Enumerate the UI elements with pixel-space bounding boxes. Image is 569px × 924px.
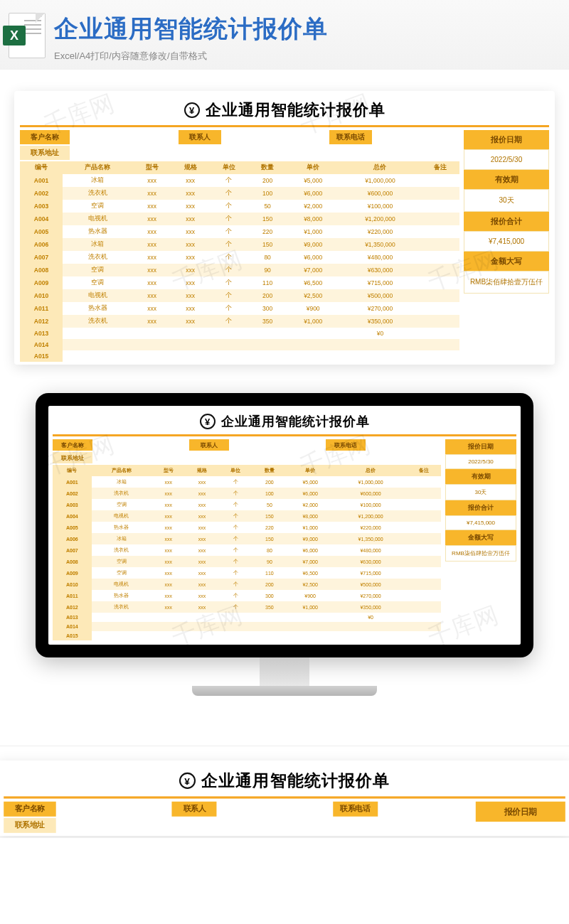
side-total-label: 报价合计	[464, 212, 549, 231]
customer-info-row: 客户名称 联系人 联系电话	[4, 802, 471, 817]
summary-sidebar: 报价日期	[476, 802, 565, 833]
table-row: A013 ¥0	[53, 613, 441, 622]
address-label: 联系地址	[20, 146, 70, 160]
table-row: A014	[20, 339, 459, 350]
side-date-label: 报价日期	[464, 130, 549, 149]
contact-person-label: 联系人	[179, 130, 221, 144]
side-date-label: 报价日期	[476, 802, 565, 822]
col-header: 总价	[339, 161, 421, 174]
col-header: 备注	[421, 161, 459, 174]
col-header: 规格	[185, 465, 218, 476]
address-label: 联系地址	[4, 818, 55, 833]
table-row: A008空调xxxxxx 个90¥7,000¥630,000	[20, 264, 459, 276]
monitor-stand-neck	[260, 657, 309, 686]
table-row: A007洗衣机xxxxxx 个80¥6,000¥480,000	[20, 251, 459, 264]
table-row: A011热水器xxxxxx 个300¥900¥270,000	[20, 302, 459, 315]
col-header: 单价	[287, 465, 334, 476]
col-header: 单位	[219, 465, 252, 476]
col-header: 单价	[287, 161, 339, 174]
contact-phone-label: 联系电话	[329, 130, 372, 144]
sheet-title-row: ¥ 企业通用智能统计报价单	[53, 413, 516, 430]
table-row: A010电视机xxxxxx 个200¥2,500¥500,000	[53, 579, 441, 590]
table-row: A009空调xxxxxx 个110¥6,500¥715,000	[20, 276, 459, 289]
address-row: 联系地址	[20, 146, 459, 160]
sheet-title-row: ¥ 企业通用智能统计报价单	[4, 770, 565, 793]
excel-x-badge: X	[3, 26, 26, 45]
currency-icon: ¥	[200, 414, 216, 429]
customer-info-row: 客户名称 联系人 联系电话	[20, 130, 459, 144]
title-underline	[20, 125, 549, 127]
col-header: 规格	[171, 161, 210, 174]
side-date-value: 2022/5/30	[464, 149, 549, 170]
currency-icon: ¥	[184, 102, 200, 118]
quote-table: 编号产品名称型号规格单位数量单价总价备注 A001冰箱xxxxxx 个200¥5…	[20, 161, 459, 362]
side-caps-value: RMB柒佰肆拾壹万伍仟	[445, 545, 516, 562]
hero-header: X 企业通用智能统计报价单 Excel/A4打印/内容随意修改/自带格式	[0, 0, 569, 70]
title-underline	[4, 796, 565, 798]
sheet-title-row: ¥ 企业通用智能统计报价单	[20, 100, 549, 121]
address-label: 联系地址	[53, 452, 92, 463]
col-header: 单位	[210, 161, 248, 174]
customer-name-label: 客户名称	[4, 802, 55, 817]
sheet-title-text: 企业通用智能统计报价单	[221, 413, 370, 430]
table-row: A006冰箱xxxxxx 个150¥9,000¥1,350,000	[53, 533, 441, 544]
table-row: A012洗衣机xxxxxx 个350¥1,000¥350,000	[53, 601, 441, 613]
table-row: A012洗衣机xxxxxx 个350¥1,000¥350,000	[20, 315, 459, 328]
quote-table: 编号产品名称型号规格单位数量单价总价备注 A001冰箱xxxxxx 个200¥5…	[53, 465, 441, 640]
table-row: A001冰箱xxxxxx 个200¥5,000¥1,000,000	[53, 476, 441, 488]
table-row: A002洗衣机xxxxxx 个100¥6,000¥600,000	[20, 187, 459, 200]
hero-subtitle: Excel/A4打印/内容随意修改/自带格式	[54, 50, 328, 63]
table-row: A003空调xxxxxx 个50¥2,000¥100,000	[20, 200, 459, 213]
excel-file-icon: X	[9, 13, 46, 58]
table-row: A008空调xxxxxx 个90¥7,000¥630,000	[53, 556, 441, 567]
customer-name-label: 客户名称	[53, 439, 92, 451]
col-header: 产品名称	[92, 465, 151, 476]
sheet-title-text: 企业通用智能统计报价单	[206, 100, 385, 121]
table-row: A004电视机xxxxxx 个150¥8,000¥1,200,000	[53, 510, 441, 522]
col-header: 总价	[334, 465, 408, 476]
table-row: A004电视机xxxxxx 个150¥8,000¥1,200,000	[20, 213, 459, 225]
side-total-label: 报价合计	[445, 500, 516, 515]
side-total-value: ¥7,415,000	[445, 515, 516, 530]
table-row: A015	[53, 631, 441, 640]
preview-card-flat: ¥ 企业通用智能统计报价单 客户名称 联系人 联系电话 联系地址 编号产品名称型…	[14, 91, 555, 365]
side-caps-label: 金额大写	[445, 530, 516, 545]
col-header: 型号	[132, 161, 171, 174]
side-caps-label: 金额大写	[464, 252, 549, 271]
col-header: 编号	[20, 161, 63, 174]
summary-sidebar: 报价日期 2022/5/30 有效期 30天 报价合计 ¥7,415,000 金…	[464, 130, 549, 362]
table-row: A010电视机xxxxxx 个200¥2,500¥500,000	[20, 289, 459, 302]
monitor-stand-base	[192, 686, 377, 696]
customer-name-label: 客户名称	[20, 130, 70, 144]
side-validity-label: 有效期	[445, 469, 516, 484]
col-header: 型号	[151, 465, 185, 476]
side-validity-value: 30天	[445, 484, 516, 500]
table-row: A007洗衣机xxxxxx 个80¥6,000¥480,000	[53, 544, 441, 556]
contact-phone-label: 联系电话	[326, 439, 366, 451]
table-row: A011热水器xxxxxx 个300¥900¥270,000	[53, 590, 441, 601]
summary-sidebar: 报价日期 2022/5/30 有效期 30天 报价合计 ¥7,415,000 金…	[445, 439, 516, 640]
contact-person-label: 联系人	[172, 802, 217, 817]
table-row: A002洗衣机xxxxxx 个100¥6,000¥600,000	[53, 488, 441, 499]
side-date-value: 2022/5/30	[445, 454, 516, 469]
currency-icon: ¥	[179, 773, 195, 789]
bottom-cropped-preview: 千库网 千库网 ¥ 企业通用智能统计报价单 客户名称 联系人 联系电话 联系地址	[0, 746, 569, 838]
customer-info-row: 客户名称 联系人 联系电话	[53, 439, 441, 451]
table-row: A005热水器xxxxxx 个220¥1,000¥220,000	[53, 522, 441, 533]
table-row: A014	[53, 622, 441, 631]
col-header: 数量	[248, 161, 287, 174]
table-row: A009空调xxxxxx 个110¥6,500¥715,000	[53, 567, 441, 579]
table-row: A005热水器xxxxxx 个220¥1,000¥220,000	[20, 225, 459, 238]
sheet-title-text: 企业通用智能统计报价单	[201, 770, 390, 793]
table-row: A006冰箱xxxxxx 个150¥9,000¥1,350,000	[20, 238, 459, 251]
table-row: A001冰箱xxxxxx 个200¥5,000¥1,000,000	[20, 174, 459, 187]
hero-title: 企业通用智能统计报价单	[54, 13, 328, 45]
side-validity-value: 30天	[464, 189, 549, 212]
table-row: A003空调xxxxxx 个50¥2,000¥100,000	[53, 499, 441, 510]
contact-person-label: 联系人	[189, 439, 229, 451]
address-row: 联系地址	[4, 818, 471, 833]
table-row: A013 ¥0	[20, 328, 459, 339]
col-header: 产品名称	[63, 161, 133, 174]
contact-phone-label: 联系电话	[333, 802, 378, 817]
col-header: 数量	[252, 465, 286, 476]
